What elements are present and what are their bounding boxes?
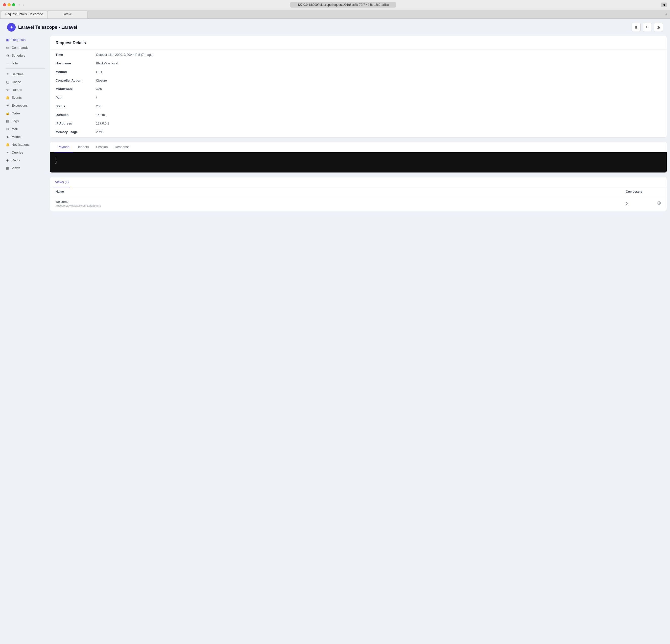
sidebar-item-notifications[interactable]: 🔔 Notifications xyxy=(3,141,48,148)
requests-icon: ▣ xyxy=(5,38,10,42)
forward-button[interactable]: › xyxy=(22,2,25,7)
dumps-icon: </> xyxy=(5,88,10,92)
sidebar-item-queries[interactable]: ≡ Queries xyxy=(3,149,48,156)
sidebar-item-logs[interactable]: ▤ Logs xyxy=(3,117,48,125)
detail-row-ip: IP Address 127.0.0.1 xyxy=(50,119,667,128)
views-tabs-nav: Views (1) xyxy=(50,177,667,187)
view-path: /resources/views/welcome.blade.php xyxy=(56,204,626,207)
app-body: ▣ Requests ▭ Commands ◔ Schedule ≡ Jobs … xyxy=(0,36,670,644)
sidebar-item-events[interactable]: 🔔 Events xyxy=(3,94,48,101)
url-bar xyxy=(27,2,659,8)
tab-request-details[interactable]: Request Details - Telescope xyxy=(1,11,47,18)
tab-session[interactable]: Session xyxy=(92,142,111,152)
sidebar-label-requests: Requests xyxy=(12,38,26,42)
sidebar-item-dumps[interactable]: </> Dumps xyxy=(3,86,48,94)
sidebar-label-exceptions: Exceptions xyxy=(12,104,28,107)
detail-row-time: Time October 16th 2020, 3:20:44 PM (7m a… xyxy=(50,51,667,59)
detail-row-hostname: Hostname Black-Mac.local xyxy=(50,59,667,68)
brand-icon: ✦ xyxy=(7,23,16,31)
sidebar-item-gates[interactable]: 🔒 Gates xyxy=(3,109,48,117)
view-name: welcome xyxy=(56,200,626,204)
label-method: Method xyxy=(56,70,96,74)
sidebar-item-exceptions[interactable]: ✳ Exceptions xyxy=(3,101,48,109)
pause-button[interactable]: ⏸ xyxy=(632,23,641,32)
sidebar-item-schedule[interactable]: ◔ Schedule xyxy=(3,52,48,59)
schedule-icon: ◔ xyxy=(5,53,10,57)
main-content: Request Details Time October 16th 2020, … xyxy=(50,36,667,642)
sidebar-label-schedule: Schedule xyxy=(12,54,25,57)
detail-row-status: Status 200 xyxy=(50,102,667,111)
sidebar-item-requests[interactable]: ▣ Requests xyxy=(3,36,48,43)
card-title: Request Details xyxy=(50,36,667,50)
label-status: Status xyxy=(56,105,96,108)
sidebar-item-redis[interactable]: ◈ Redis xyxy=(3,156,48,164)
tab-response[interactable]: Response xyxy=(111,142,133,152)
label-hostname: Hostname xyxy=(56,61,96,65)
events-icon: 🔔 xyxy=(5,95,10,99)
sidebar-label-events: Events xyxy=(12,96,22,99)
minimize-button[interactable] xyxy=(8,3,11,6)
pause-icon: ⏸ xyxy=(634,25,638,29)
tab-laravel[interactable]: Laravel xyxy=(47,11,88,18)
sidebar-label-models: Models xyxy=(12,135,22,139)
sidebar-item-commands[interactable]: ▭ Commands xyxy=(3,44,48,51)
maximize-button[interactable] xyxy=(12,3,15,6)
dark-mode-button[interactable]: ◑ xyxy=(661,2,667,7)
value-duration: 152 ms xyxy=(96,113,106,117)
sidebar-item-views[interactable]: ▦ Views xyxy=(3,164,48,172)
value-controller: Closure xyxy=(96,79,107,82)
detail-row-memory: Memory usage 2 MB xyxy=(50,128,667,136)
queries-icon: ≡ xyxy=(5,150,10,154)
view-action-button[interactable] xyxy=(651,201,661,206)
refresh-icon: ↻ xyxy=(646,25,649,29)
models-icon: ◈ xyxy=(5,135,10,139)
sidebar-item-cache[interactable]: ▢ Cache xyxy=(3,78,48,86)
tab-headers[interactable]: Headers xyxy=(73,142,92,152)
payload-content: [ ] xyxy=(50,152,667,173)
tab-payload[interactable]: Payload xyxy=(54,142,73,152)
back-button[interactable]: ‹ xyxy=(17,2,21,7)
sidebar: ▣ Requests ▭ Commands ◔ Schedule ≡ Jobs … xyxy=(3,36,50,642)
exceptions-icon: ✳ xyxy=(5,103,10,107)
value-memory: 2 MB xyxy=(96,130,103,134)
url-input[interactable] xyxy=(290,2,396,8)
jobs-icon: ≡ xyxy=(5,61,10,65)
browser-chrome: ‹ › ◑ Request Details - Telescope Larave… xyxy=(0,0,670,19)
sidebar-label-gates: Gates xyxy=(12,111,21,115)
value-ip: 127.0.0.1 xyxy=(96,122,109,125)
notifications-icon: 🔔 xyxy=(5,142,10,147)
value-path: / xyxy=(96,96,97,99)
sidebar-label-notifications: Notifications xyxy=(12,143,29,147)
views-icon: ▦ xyxy=(5,166,10,170)
svg-point-1 xyxy=(659,203,660,204)
sidebar-item-jobs[interactable]: ≡ Jobs xyxy=(3,59,48,67)
sidebar-label-batches: Batches xyxy=(12,72,24,76)
new-tab-button[interactable]: + xyxy=(663,11,670,18)
refresh-button[interactable]: ↻ xyxy=(643,23,652,32)
tab-spacer xyxy=(88,11,662,18)
sidebar-label-views: Views xyxy=(12,166,20,170)
sidebar-item-mail[interactable]: ✉ Mail xyxy=(3,125,48,133)
sidebar-label-dumps: Dumps xyxy=(12,88,22,92)
value-middleware: web xyxy=(96,87,102,91)
sidebar-label-jobs: Jobs xyxy=(12,61,18,65)
browser-tabs: Request Details - Telescope Laravel + xyxy=(0,10,670,18)
detail-row-duration: Duration 152 ms xyxy=(50,111,667,119)
detail-row-method: Method GET xyxy=(50,68,667,76)
sidebar-item-models[interactable]: ◈ Models xyxy=(3,133,48,140)
tab-views[interactable]: Views (1) xyxy=(54,177,70,187)
sidebar-label-mail: Mail xyxy=(12,127,18,131)
details-table: Time October 16th 2020, 3:20:44 PM (7m a… xyxy=(50,50,667,137)
value-status: 200 xyxy=(96,105,101,108)
batches-icon: ≡ xyxy=(5,72,10,76)
col-composers-header: Composers xyxy=(626,190,661,193)
sidebar-label-queries: Queries xyxy=(12,151,23,154)
sidebar-label-logs: Logs xyxy=(12,119,19,123)
request-details-card: Request Details Time October 16th 2020, … xyxy=(50,36,667,138)
view-name-block: welcome /resources/views/welcome.blade.p… xyxy=(56,200,626,207)
redis-icon: ◈ xyxy=(5,158,10,162)
label-ip: IP Address xyxy=(56,122,96,125)
close-button[interactable] xyxy=(3,3,6,6)
theme-button[interactable]: ◑ xyxy=(654,23,663,32)
sidebar-item-batches[interactable]: ≡ Batches xyxy=(3,70,48,78)
